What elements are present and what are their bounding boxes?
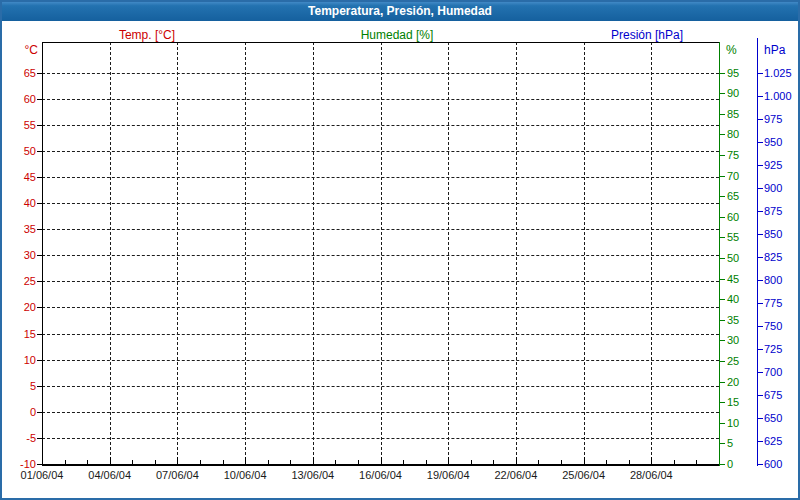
x-axis-line: [42, 464, 719, 466]
humidity-axis-tick-label: 55: [727, 230, 739, 244]
pressure-axis-tick-label: 775: [764, 296, 782, 310]
pressure-axis-tick: [758, 73, 763, 74]
temperature-axis-tick: [37, 229, 42, 230]
pressure-axis-tick: [758, 441, 763, 442]
humidity-axis-tick-label: 15: [727, 395, 739, 409]
temperature-axis-tick: [37, 177, 42, 178]
pressure-axis-tick-label: 700: [764, 365, 782, 379]
pressure-axis-tick-label: 900: [764, 181, 782, 195]
pressure-axis-tick-label: 675: [764, 388, 782, 402]
pressure-axis-tick: [758, 257, 763, 258]
pressure-axis-tick: [758, 372, 763, 373]
humidity-axis-tick: [720, 361, 725, 362]
x-axis-tick-label: 25/06/04: [562, 469, 605, 481]
temperature-axis-unit: °C: [2, 43, 38, 57]
x-axis-tick-label: 19/06/04: [427, 469, 470, 481]
humidity-axis-tick-label: 5: [727, 436, 733, 450]
temperature-axis-tick: [37, 73, 42, 74]
pressure-axis-tick-label: 825: [764, 250, 782, 264]
temperature-axis-tick-label: 55: [2, 118, 36, 132]
x-axis-tick-label: 22/06/04: [494, 469, 537, 481]
plot-top-border: [42, 42, 719, 43]
humidity-axis-tick-label: 25: [727, 354, 739, 368]
pressure-axis-tick: [758, 165, 763, 166]
temperature-axis-tick-label: 45: [2, 170, 36, 184]
humidity-axis-tick: [720, 134, 725, 135]
temperature-axis-tick-label: 25: [2, 274, 36, 288]
window-titlebar: Temperatura, Presión, Humedad: [2, 2, 798, 21]
v-gridline: [313, 42, 314, 465]
window-title: Temperatura, Presión, Humedad: [308, 4, 492, 18]
humidity-axis-tick: [720, 237, 725, 238]
temperature-axis-tick: [37, 125, 42, 126]
humidity-axis-tick-label: 70: [727, 169, 739, 183]
temperature-axis-tick: [37, 281, 42, 282]
humidity-axis-tick-label: 35: [727, 313, 739, 327]
temperature-axis-tick-label: 65: [2, 66, 36, 80]
x-axis-tick-label: 04/06/04: [88, 469, 131, 481]
humidity-axis-tick-label: 65: [727, 189, 739, 203]
v-gridline: [110, 42, 111, 465]
x-axis-tick-label: 07/06/04: [156, 469, 199, 481]
temperature-axis-tick-label: 60: [2, 92, 36, 106]
pressure-axis-tick: [758, 142, 763, 143]
humidity-axis-tick-label: 85: [727, 107, 739, 121]
v-gridline: [516, 42, 517, 465]
temperature-axis-tick-label: 40: [2, 196, 36, 210]
humidity-axis-tick: [720, 279, 725, 280]
humidity-axis-unit: %: [726, 43, 737, 57]
pressure-axis-tick: [758, 303, 763, 304]
temperature-axis-tick-label: 5: [2, 379, 36, 393]
pressure-axis-tick-label: 850: [764, 227, 782, 241]
pressure-axis-tick: [758, 96, 763, 97]
pressure-axis-tick-label: 1.000: [764, 89, 792, 103]
x-axis-tick-label: 13/06/04: [291, 469, 334, 481]
humidity-axis-tick: [720, 423, 725, 424]
humidity-axis-tick-label: 10: [727, 416, 739, 430]
humidity-axis-tick-label: 0: [727, 457, 733, 471]
temperature-axis-tick: [37, 386, 42, 387]
v-gridline: [381, 42, 382, 465]
x-axis-tick-label: 16/06/04: [359, 469, 402, 481]
temperature-axis-tick: [37, 255, 42, 256]
humidity-axis-tick-label: 95: [727, 66, 739, 80]
humidity-axis-tick: [720, 114, 725, 115]
pressure-axis-tick: [758, 418, 763, 419]
temperature-axis-tick: [37, 464, 42, 465]
temperature-axis-tick: [37, 360, 42, 361]
humidity-axis-tick-label: 30: [727, 333, 739, 347]
pressure-axis-tick: [758, 188, 763, 189]
pressure-axis-tick: [758, 234, 763, 235]
temperature-axis-tick-label: 20: [2, 300, 36, 314]
legend-temperature: Temp. [°C]: [119, 28, 175, 42]
pressure-axis-tick-label: 750: [764, 319, 782, 333]
pressure-axis-tick-label: 625: [764, 434, 782, 448]
humidity-axis-tick-label: 40: [727, 292, 739, 306]
temperature-axis-tick: [37, 438, 42, 439]
pressure-axis-tick: [758, 395, 763, 396]
temperature-axis-tick: [37, 307, 42, 308]
pressure-axis-tick-label: 725: [764, 342, 782, 356]
temperature-axis-line: [42, 42, 43, 466]
temperature-axis-tick-label: 0: [2, 405, 36, 419]
humidity-axis-tick-label: 60: [727, 210, 739, 224]
pressure-axis-tick-label: 600: [764, 457, 782, 471]
humidity-axis-tick: [720, 299, 725, 300]
chart-window: Temperatura, Presión, Humedad Temp. [°C]…: [0, 0, 800, 500]
humidity-axis-tick-label: 80: [727, 127, 739, 141]
v-gridline: [448, 42, 449, 465]
humidity-axis-tick-label: 50: [727, 251, 739, 265]
pressure-axis-tick-label: 800: [764, 273, 782, 287]
pressure-axis-tick-label: 650: [764, 411, 782, 425]
legend-humidity: Humedad [%]: [361, 28, 434, 42]
humidity-axis-tick: [720, 176, 725, 177]
pressure-axis-line: [757, 38, 758, 466]
x-axis-tick-label: 28/06/04: [630, 469, 673, 481]
temperature-axis-tick-label: 50: [2, 144, 36, 158]
humidity-axis-tick: [720, 443, 725, 444]
temperature-axis-tick-label: 35: [2, 222, 36, 236]
pressure-axis-tick: [758, 464, 763, 465]
temperature-axis-tick-label: 10: [2, 353, 36, 367]
humidity-axis-tick: [720, 73, 725, 74]
humidity-axis-tick: [720, 155, 725, 156]
